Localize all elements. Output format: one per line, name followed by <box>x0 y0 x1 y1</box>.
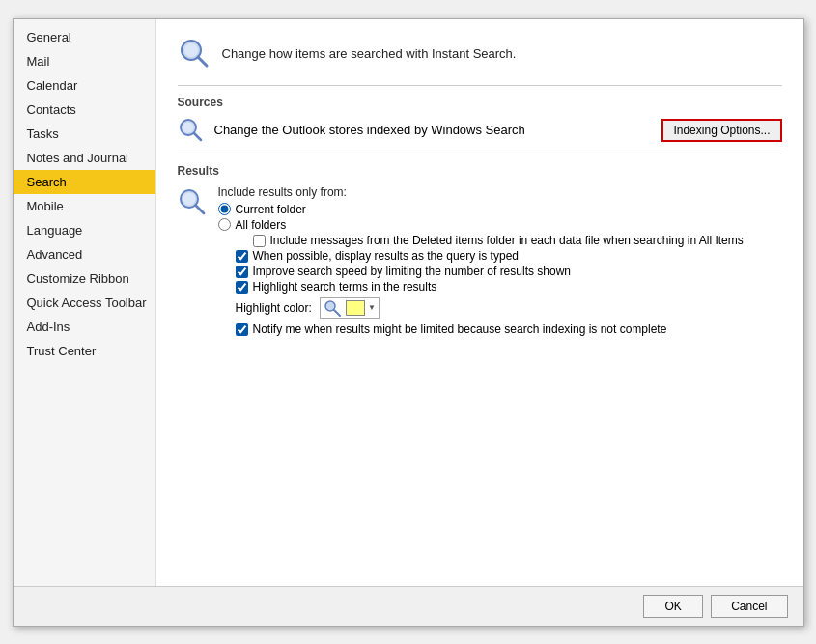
ok-button[interactable]: OK <box>643 595 703 618</box>
radio-all-label: All folders <box>236 218 287 232</box>
results-label: Results <box>178 164 782 178</box>
results-search-icon <box>178 187 209 218</box>
header-row: Change how items are searched with Insta… <box>178 37 782 71</box>
sidebar-item-search[interactable]: Search <box>14 170 155 194</box>
sources-row: Change the Outlook stores indexed by Win… <box>178 117 782 144</box>
checkbox-deleted-label: Include messages from the Deleted items … <box>270 234 744 247</box>
radio-all-folders[interactable]: All folders <box>218 218 782 232</box>
checkbox-highlight[interactable] <box>236 281 248 294</box>
svg-line-10 <box>334 310 340 316</box>
sources-left: Change the Outlook stores indexed by Win… <box>178 117 525 144</box>
sidebar-item-mail[interactable]: Mail <box>14 49 155 73</box>
checkbox-speed-row[interactable]: Improve search speed by limiting the num… <box>218 265 782 278</box>
highlight-color-label: Highlight color: <box>236 301 312 315</box>
dialog-footer: OK Cancel <box>14 586 803 626</box>
results-inner: Include results only from: Current folde… <box>178 185 782 338</box>
sidebar-item-general[interactable]: General <box>14 25 155 49</box>
radio-group: Current folder All folders <box>218 203 782 232</box>
header-text: Change how items are searched with Insta… <box>222 46 517 61</box>
sidebar-item-tasks[interactable]: Tasks <box>14 122 155 146</box>
svg-point-7 <box>183 192 195 205</box>
include-label: Include results only from: <box>218 185 782 199</box>
options-dialog: GeneralMailCalendarContactsTasksNotes an… <box>13 18 804 627</box>
svg-line-2 <box>198 57 207 66</box>
sidebar-item-language[interactable]: Language <box>14 218 155 242</box>
cancel-button[interactable]: Cancel <box>711 595 787 618</box>
color-search-icon <box>324 299 343 317</box>
results-options: Include results only from: Current folde… <box>218 185 782 338</box>
sources-label: Sources <box>178 96 782 109</box>
color-dropdown[interactable]: ▼ <box>320 297 380 319</box>
svg-line-5 <box>194 133 201 140</box>
sidebar-item-notes-journal[interactable]: Notes and Journal <box>14 146 155 170</box>
sidebar: GeneralMailCalendarContactsTasksNotes an… <box>14 19 156 586</box>
svg-line-8 <box>195 205 204 213</box>
checkbox-speed[interactable] <box>236 266 248 278</box>
dropdown-arrow-icon: ▼ <box>368 303 376 312</box>
radio-all-input[interactable] <box>218 218 231 231</box>
radio-current-folder[interactable]: Current folder <box>218 203 782 216</box>
checkbox-display-label: When possible, display results as the qu… <box>253 249 519 263</box>
sources-description: Change the Outlook stores indexed by Win… <box>214 123 525 137</box>
checkbox-notify-label: Notify me when results might be limited … <box>253 322 667 336</box>
results-divider <box>178 154 782 154</box>
sidebar-item-quick-access[interactable]: Quick Access Toolbar <box>14 291 155 315</box>
svg-point-4 <box>183 122 193 132</box>
checkbox-highlight-row[interactable]: Highlight search terms in the results <box>218 280 782 294</box>
sidebar-item-mobile[interactable]: Mobile <box>14 194 155 218</box>
sidebar-item-trust-center[interactable]: Trust Center <box>14 339 155 363</box>
color-swatch <box>346 300 365 316</box>
highlight-color-row: Highlight color: ▼ <box>218 297 782 319</box>
sources-search-icon <box>178 117 205 144</box>
header-search-icon <box>178 37 212 71</box>
checkbox-notify[interactable] <box>236 323 248 336</box>
checkbox-speed-label: Improve search speed by limiting the num… <box>253 265 572 278</box>
sources-divider <box>178 85 782 86</box>
checkbox-display-row[interactable]: When possible, display results as the qu… <box>218 249 782 263</box>
checkbox-highlight-label: Highlight search terms in the results <box>253 280 437 294</box>
svg-point-1 <box>184 43 198 57</box>
sidebar-item-calendar[interactable]: Calendar <box>14 73 155 98</box>
indexing-options-button[interactable]: Indexing Options... <box>661 119 781 142</box>
checkbox-notify-row[interactable]: Notify me when results might be limited … <box>218 322 782 336</box>
checkbox-display[interactable] <box>236 250 248 263</box>
radio-current-input[interactable] <box>218 203 231 215</box>
sidebar-item-advanced[interactable]: Advanced <box>14 242 155 266</box>
radio-current-label: Current folder <box>236 203 306 216</box>
sidebar-item-contacts[interactable]: Contacts <box>14 98 155 122</box>
sidebar-item-customize-ribbon[interactable]: Customize Ribbon <box>14 266 155 291</box>
results-section: Results Include results only from: <box>178 164 782 338</box>
checkbox-deleted[interactable] <box>253 235 266 247</box>
sidebar-item-add-ins[interactable]: Add-Ins <box>14 315 155 339</box>
dialog-body: GeneralMailCalendarContactsTasksNotes an… <box>14 19 803 586</box>
checkbox-deleted-row[interactable]: Include messages from the Deleted items … <box>218 234 782 247</box>
content-area: Change how items are searched with Insta… <box>156 19 803 586</box>
